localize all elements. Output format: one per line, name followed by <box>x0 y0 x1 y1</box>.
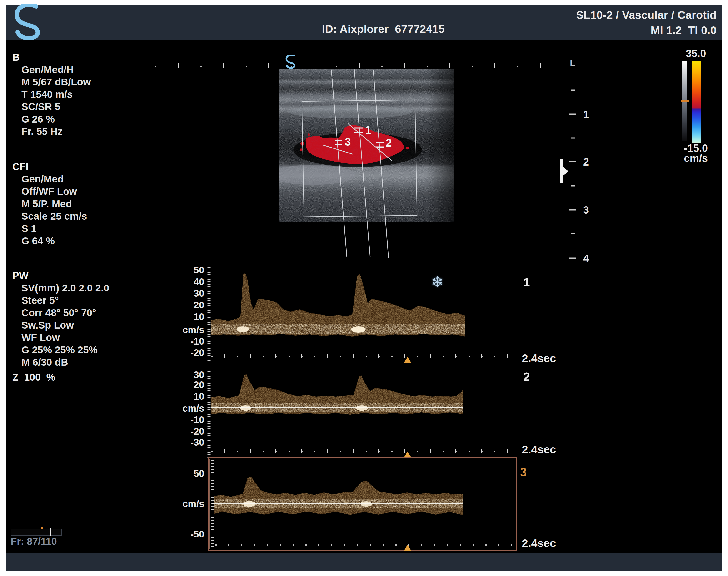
t2-tick: 20 <box>167 379 204 391</box>
gray-bar-marker <box>681 100 689 102</box>
time-axis-1-ticks <box>224 354 519 358</box>
time-axis-2-ticks <box>224 449 519 453</box>
b-param: SC/SR 5 <box>22 100 91 113</box>
t2-zero: cm/s <box>167 403 204 414</box>
orientation-marker: L <box>570 58 575 68</box>
t1-tick: -20 <box>167 347 204 358</box>
velocity-scale-max: 35.0 <box>681 48 710 59</box>
pw-param: Sw.Sp Low <box>22 319 109 332</box>
t1-tick: -10 <box>167 336 204 347</box>
freeze-snowflake-icon: ❄ <box>431 273 444 291</box>
t1-tick: 10 <box>167 311 204 322</box>
b-param: G 26 % <box>22 113 91 125</box>
t2-tick: -10 <box>167 414 204 425</box>
pw-spectrum-3[interactable] <box>205 457 524 552</box>
cfi-param: S 1 <box>22 223 87 235</box>
frame-counter: Fr: 87/110 <box>11 536 57 547</box>
pw-param: M 6/30 dB <box>22 356 109 369</box>
scale-bars <box>680 59 705 145</box>
cine-marker-dot <box>41 526 43 529</box>
t3-tick: 50 <box>167 468 204 479</box>
pw-param: G 25% 25% 25% <box>22 344 109 356</box>
focus-marker[interactable] <box>560 159 563 183</box>
baseline-3 <box>212 503 463 504</box>
b-param: Gen/Med/H <box>22 63 91 76</box>
cfi-param: G 64 % <box>22 235 87 247</box>
depth-label: 2 <box>579 156 593 168</box>
acoustic-indices: MI 1.2 TI 0.0 <box>502 23 717 37</box>
t1-tick: 50 <box>167 264 204 276</box>
b-mode-title: B <box>12 51 91 63</box>
t2-tick: 30 <box>167 369 204 380</box>
pw-spectrum-1 <box>205 263 524 365</box>
trace-number-1: 1 <box>523 276 545 289</box>
t3-tick: -50 <box>167 528 204 540</box>
pw-title: PW <box>12 269 109 282</box>
cfi-param: Gen/Med <box>22 173 87 185</box>
t2-tick: -20 <box>167 426 204 437</box>
gate-label-3: 3 <box>345 136 351 148</box>
patient-id: ID: Aixplorer_67772415 <box>298 22 469 35</box>
cfi-param: Scale 25 cm/s <box>22 210 87 223</box>
time-span-2: 2.4sec <box>522 443 556 456</box>
t1-tick: 20 <box>167 299 204 311</box>
cfi-panel: CFI Gen/Med Off/WF Low M 5/P. Med Scale … <box>12 161 87 247</box>
b-param: M 5/67 dB/Low <box>22 76 91 88</box>
t1-tick: 30 <box>167 288 204 299</box>
velocity-scale-unit: cm/s <box>681 152 710 164</box>
t2-tick: -30 <box>167 437 204 448</box>
baseline-1 <box>211 328 467 329</box>
cfi-param: Off/WF Low <box>22 185 87 198</box>
trace-number-2: 2 <box>523 370 545 384</box>
small-logo-icon <box>286 55 295 68</box>
bmode-image[interactable]: 1 2 3 <box>279 55 455 272</box>
time-span-3: 2.4sec <box>522 537 556 550</box>
gate-label-1: 1 <box>365 124 371 136</box>
supersonic-logo-icon <box>10 4 48 40</box>
t1-zero: cm/s <box>167 324 204 336</box>
cine-progress-bar[interactable] <box>11 529 62 536</box>
time-span-1: 2.4sec <box>522 352 556 365</box>
cine-position-tick[interactable] <box>50 528 51 536</box>
pw-param: Steer 5° <box>22 294 109 307</box>
t2-tick: 10 <box>167 391 204 402</box>
pw-param: Corr 48° 50° 70° <box>22 307 109 319</box>
time-marker-triangle-2[interactable] <box>404 452 411 457</box>
pw-spectrum-2 <box>205 368 524 463</box>
time-marker-triangle-3[interactable] <box>404 545 411 551</box>
pw-param: WF Low <box>22 332 109 344</box>
footer-bar <box>6 553 722 571</box>
t3-zero: cm/s <box>167 498 204 509</box>
depth-label: 4 <box>579 253 593 264</box>
b-param: T 1540 m/s <box>22 88 91 100</box>
trace-number-3-selected: 3 <box>520 465 541 479</box>
pw-param: SV(mm) 2.0 2.0 2.0 <box>22 282 109 294</box>
zoom-readout: Z 100 % <box>12 372 55 383</box>
transducer-preset[interactable]: SL10-2 / Vascular / Carotid <box>502 8 717 22</box>
color-flow-bar <box>692 61 701 143</box>
depth-label: 1 <box>579 109 593 120</box>
time-axis-3 <box>216 544 513 546</box>
depth-label: 3 <box>579 204 593 216</box>
ultrasound-screen: ID: Aixplorer_67772415 SL10-2 / Vascular… <box>0 0 728 576</box>
cfi-param: M 5/P. Med <box>22 198 87 210</box>
b-mode-panel: B Gen/Med/H M 5/67 dB/Low T 1540 m/s SC/… <box>12 51 91 138</box>
cfi-title: CFI <box>12 161 87 173</box>
baseline-2 <box>211 407 463 408</box>
t1-tick: 40 <box>167 276 204 287</box>
b-param: Fr. 55 Hz <box>22 125 91 138</box>
pw-panel: PW SV(mm) 2.0 2.0 2.0 Steer 5° Corr 48° … <box>12 269 109 369</box>
gate-label-2: 2 <box>386 137 392 149</box>
time-marker-triangle-1[interactable] <box>404 357 411 363</box>
